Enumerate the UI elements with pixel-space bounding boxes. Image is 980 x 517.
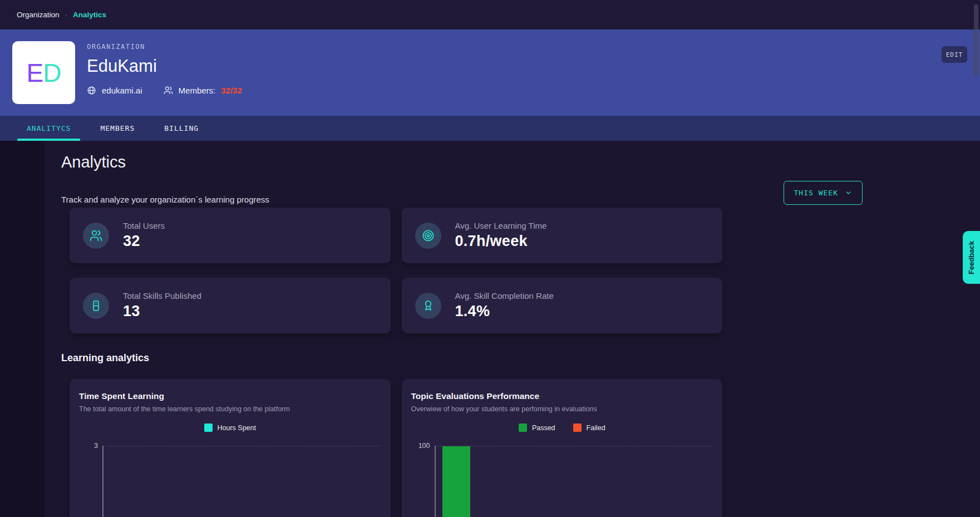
members-icon bbox=[164, 86, 173, 95]
y-axis-line bbox=[102, 446, 104, 517]
breadcrumb-analytics[interactable]: Analytics bbox=[73, 11, 106, 19]
y-axis-tick: 100 bbox=[412, 442, 430, 450]
chart-title: Time Spent Learning bbox=[79, 391, 381, 401]
organization-logo: ED bbox=[12, 41, 75, 104]
logo-letter-e: E bbox=[27, 58, 43, 88]
page-subtitle: Track and analyze your organization`s le… bbox=[61, 195, 269, 204]
charts-grid: Time Spent Learning The total amount of … bbox=[70, 379, 722, 517]
breadcrumb-organization[interactable]: Organization bbox=[17, 11, 60, 19]
legend-item-failed: Failed bbox=[573, 424, 605, 432]
legend-swatch bbox=[204, 424, 213, 432]
stat-card-total-users: Total Users 32 bbox=[70, 208, 391, 263]
chart-legend: Hours Spent bbox=[79, 424, 381, 432]
stat-card-avg-learning-time: Avg. User Learning Time 0.7h/week bbox=[402, 208, 723, 263]
period-selector-button[interactable]: THIS WEEK bbox=[784, 181, 863, 205]
stat-value: 32 bbox=[123, 233, 165, 250]
organization-eyebrow: ORGANIZATION bbox=[87, 43, 242, 51]
target-icon bbox=[415, 223, 441, 249]
feedback-label: Feedback bbox=[967, 241, 976, 274]
chart-legend: Passed Failed bbox=[411, 424, 713, 432]
y-axis-tick: 3 bbox=[80, 442, 98, 450]
chart-plot-area: 100 bbox=[435, 446, 711, 517]
chart-card-time-spent: Time Spent Learning The total amount of … bbox=[70, 379, 391, 517]
feedback-button[interactable]: Feedback bbox=[963, 231, 980, 284]
stat-card-total-skills: Total Skills Published 13 bbox=[70, 278, 391, 333]
legend-item-hours-spent: Hours Spent bbox=[204, 424, 256, 432]
members-count: 32/32 bbox=[221, 86, 242, 95]
chevron-down-icon bbox=[845, 189, 852, 196]
stat-label: Total Users bbox=[123, 221, 165, 230]
tab-members[interactable]: MEMBERS bbox=[91, 116, 144, 141]
breadcrumb-separator: · bbox=[65, 11, 67, 19]
edit-button[interactable]: EDIT bbox=[942, 46, 967, 63]
tab-billing[interactable]: BILLING bbox=[155, 116, 208, 141]
legend-swatch bbox=[573, 424, 582, 432]
organization-header: ED ORGANIZATION EduKami edukami.ai Membe… bbox=[0, 29, 980, 116]
stat-label: Avg. User Learning Time bbox=[455, 221, 547, 230]
chart-title: Topic Evaluations Performance bbox=[411, 391, 713, 401]
main-content: Analytics Track and analyze your organiz… bbox=[0, 141, 980, 517]
legend-label: Passed bbox=[532, 424, 555, 432]
page-title: Analytics bbox=[61, 153, 126, 171]
members-label: Members: bbox=[179, 86, 216, 95]
scrollbar-thumb[interactable] bbox=[974, 4, 978, 77]
breadcrumb: Organization · Analytics bbox=[0, 0, 980, 29]
legend-item-passed: Passed bbox=[519, 424, 555, 432]
stat-value: 0.7h/week bbox=[455, 233, 547, 250]
chart-card-evaluations: Topic Evaluations Performance Overwiew o… bbox=[402, 379, 723, 517]
organization-website[interactable]: edukami.ai bbox=[102, 86, 142, 95]
chart-plot-area: 3 bbox=[102, 446, 379, 517]
stat-label: Total Skills Published bbox=[123, 291, 201, 301]
legend-label: Hours Spent bbox=[218, 424, 256, 432]
tabs-bar: ANALITYCS MEMBERS BILLING bbox=[0, 116, 980, 141]
y-axis-line bbox=[435, 446, 436, 517]
legend-swatch bbox=[519, 424, 527, 432]
stat-label: Avg. Skill Completion Rate bbox=[455, 291, 554, 301]
bar-passed bbox=[442, 446, 470, 517]
chart-subtitle: The total amount of the time learners sp… bbox=[79, 405, 381, 413]
legend-label: Failed bbox=[587, 424, 605, 432]
stat-value: 13 bbox=[123, 303, 201, 320]
chart-subtitle: Overwiew of how your students are perfom… bbox=[411, 405, 713, 413]
globe-icon bbox=[87, 86, 96, 95]
organization-name: EduKami bbox=[87, 56, 242, 76]
tab-analytics[interactable]: ANALITYCS bbox=[17, 116, 80, 141]
users-icon bbox=[83, 223, 109, 249]
stats-grid: Total Users 32 Avg. User Learning Time 0… bbox=[70, 208, 722, 333]
book-icon bbox=[83, 293, 109, 319]
stat-card-completion-rate: Avg. Skill Completion Rate 1.4% bbox=[402, 278, 723, 333]
learning-analytics-section-title: Learning analytics bbox=[61, 352, 149, 364]
period-selector-label: THIS WEEK bbox=[794, 189, 838, 197]
award-icon bbox=[415, 293, 441, 319]
logo-letter-d: D bbox=[43, 58, 61, 88]
stat-value: 1.4% bbox=[455, 303, 554, 320]
